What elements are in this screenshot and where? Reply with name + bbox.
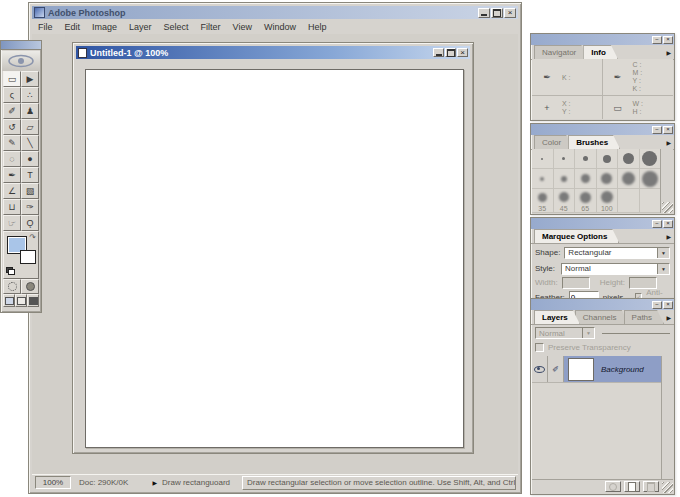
app-title-bar[interactable]: Adobe Photoshop × <box>32 6 518 19</box>
layer-active-indicator[interactable]: ✐ <box>548 356 564 382</box>
layer-visibility-toggle[interactable] <box>532 356 548 382</box>
tool-pencil[interactable]: ✎ <box>3 135 21 151</box>
brush-swatch[interactable] <box>554 169 576 189</box>
palette-close-button[interactable]: × <box>663 36 673 44</box>
tool-hand[interactable]: ☞ <box>3 215 21 231</box>
palette-close-button[interactable]: × <box>663 301 673 309</box>
layer-row[interactable]: ✐ Background <box>532 356 662 383</box>
brush-swatch[interactable] <box>618 169 640 189</box>
tool-rectangular-marquee[interactable]: ▭ <box>3 71 21 87</box>
palette-minimize-button[interactable]: − <box>652 301 662 309</box>
menu-edit[interactable]: Edit <box>59 21 87 33</box>
menu-select[interactable]: Select <box>158 21 195 33</box>
layer-name[interactable]: Background <box>601 365 644 374</box>
tool-measure[interactable]: ∠ <box>3 183 21 199</box>
brush-swatch[interactable] <box>640 169 662 189</box>
brush-swatch[interactable] <box>597 169 619 189</box>
tab-color[interactable]: Color <box>534 135 573 149</box>
tool-dodge[interactable]: ● <box>21 151 39 167</box>
standard-screen-button[interactable] <box>3 294 15 307</box>
app-minimize-button[interactable] <box>478 8 490 18</box>
menu-filter[interactable]: Filter <box>195 21 227 33</box>
tab-brushes[interactable]: Brushes <box>568 135 620 149</box>
tool-rubber-stamp[interactable]: ♟ <box>21 103 39 119</box>
brush-swatch[interactable]: 35 <box>532 189 554 213</box>
background-color-swatch[interactable] <box>20 250 36 264</box>
menu-window[interactable]: Window <box>258 21 302 33</box>
layer-thumbnail[interactable] <box>568 358 594 381</box>
swap-colors-icon[interactable]: ↷ <box>29 233 36 242</box>
tab-paths[interactable]: Paths <box>624 310 664 324</box>
brush-swatch[interactable] <box>575 169 597 189</box>
brush-swatch-empty[interactable] <box>618 189 640 213</box>
tab-layers[interactable]: Layers <box>534 310 580 324</box>
blend-mode-select[interactable]: Normal ▼ <box>535 327 595 339</box>
tool-history-brush[interactable]: ↺ <box>3 119 21 135</box>
tool-paint-bucket[interactable]: ⊔ <box>3 199 21 215</box>
tool-pen[interactable]: ✒ <box>3 167 21 183</box>
layers-palette-title-bar[interactable]: − × <box>531 299 674 310</box>
document-close-button[interactable]: × <box>457 48 468 57</box>
fullscreen-button[interactable] <box>27 294 39 307</box>
tool-blur[interactable]: ◌ <box>3 151 21 167</box>
palette-minimize-button[interactable]: − <box>652 126 662 134</box>
resize-grip[interactable] <box>662 202 673 213</box>
style-select[interactable]: Normal ▼ <box>561 263 670 275</box>
palette-close-button[interactable]: × <box>663 220 673 228</box>
canvas[interactable] <box>85 69 464 448</box>
tool-gradient[interactable]: ▧ <box>21 183 39 199</box>
marquee-palette-title-bar[interactable]: − × <box>531 218 674 229</box>
tool-zoom[interactable]: Ǫ <box>21 215 39 231</box>
brush-swatch[interactable]: 100 <box>597 189 619 213</box>
menu-image[interactable]: Image <box>86 21 123 33</box>
opacity-slider[interactable] <box>602 333 670 334</box>
tab-navigator[interactable]: Navigator <box>534 45 588 59</box>
document-minimize-button[interactable] <box>433 48 444 57</box>
tab-info[interactable]: Info <box>583 45 618 59</box>
brush-swatch[interactable] <box>532 169 554 189</box>
delete-layer-button[interactable] <box>643 481 659 492</box>
menu-help[interactable]: Help <box>302 21 333 33</box>
brush-swatch[interactable] <box>618 149 640 169</box>
default-colors-icon[interactable] <box>6 267 15 275</box>
tool-eraser[interactable]: ▱ <box>21 119 39 135</box>
tab-marquee-options[interactable]: Marquee Options <box>534 229 619 243</box>
brush-swatch[interactable] <box>640 149 662 169</box>
layers-scroll-rail[interactable] <box>661 356 673 479</box>
palette-menu-arrow-icon[interactable]: ▶ <box>666 49 671 56</box>
resize-grip[interactable] <box>662 482 673 493</box>
menu-layer[interactable]: Layer <box>123 21 158 33</box>
document-size-indicator[interactable]: Doc: 290K/0K <box>79 478 128 487</box>
document-title-bar[interactable]: Untitled-1 @ 100% × <box>76 46 470 59</box>
tab-channels[interactable]: Channels <box>575 310 629 324</box>
toolbox-title-bar[interactable] <box>1 41 41 50</box>
brush-swatch[interactable] <box>532 149 554 169</box>
menu-view[interactable]: View <box>227 21 258 33</box>
shape-select[interactable]: Rectangular ▼ <box>564 247 670 259</box>
tool-move[interactable]: ▶ <box>21 71 39 87</box>
palette-menu-arrow-icon[interactable]: ▶ <box>666 314 671 321</box>
brush-swatch[interactable]: 45 <box>554 189 576 213</box>
menu-file[interactable]: File <box>32 21 59 33</box>
tool-type[interactable]: T <box>21 167 39 183</box>
preserve-transparency-checkbox[interactable] <box>535 343 544 352</box>
brushes-palette-title-bar[interactable]: − × <box>531 124 674 135</box>
tool-airbrush[interactable]: ∴ <box>21 87 39 103</box>
document-maximize-button[interactable] <box>445 48 456 57</box>
palette-minimize-button[interactable]: − <box>652 220 662 228</box>
tool-lasso[interactable]: ς <box>3 87 21 103</box>
tool-eyedropper[interactable]: ✑ <box>21 199 39 215</box>
app-maximize-button[interactable] <box>491 8 503 18</box>
tool-paintbrush[interactable]: ✐ <box>3 103 21 119</box>
brush-swatch-empty[interactable] <box>640 189 662 213</box>
tool-line[interactable]: ╲ <box>21 135 39 151</box>
palette-menu-arrow-icon[interactable]: ▶ <box>666 139 671 146</box>
palette-close-button[interactable]: × <box>663 126 673 134</box>
zoom-level-field[interactable]: 100% <box>35 476 71 489</box>
layer-mask-button[interactable] <box>605 481 621 492</box>
fullscreen-menubar-button[interactable] <box>15 294 27 307</box>
new-layer-button[interactable] <box>624 481 640 492</box>
brush-swatch[interactable] <box>575 149 597 169</box>
quick-mask-button[interactable] <box>21 279 39 294</box>
brush-swatch[interactable] <box>554 149 576 169</box>
